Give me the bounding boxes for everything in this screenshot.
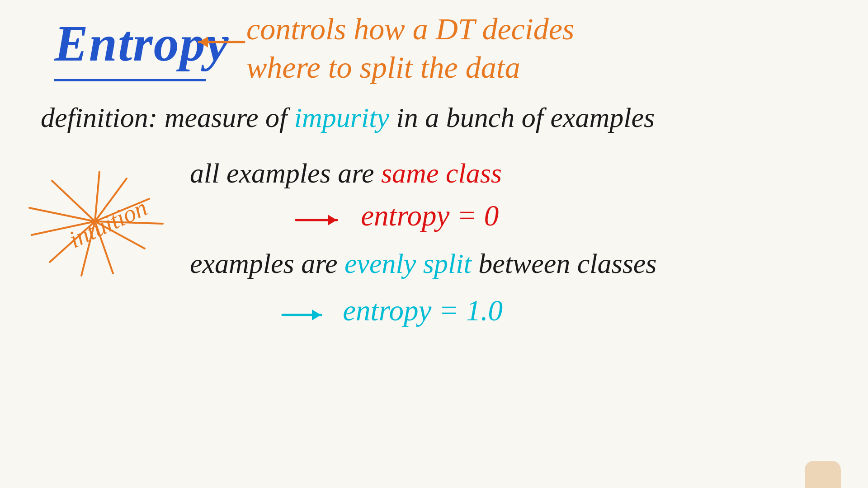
entropy-arrow	[194, 17, 249, 53]
definition-prefix: definition: measure of	[41, 102, 294, 133]
entropy-zero-line: entropy = 0	[294, 199, 499, 233]
whiteboard: Entropy controls how a DT decides where …	[0, 0, 868, 488]
finger-hint	[805, 461, 841, 488]
svg-marker-1	[199, 37, 208, 47]
controls-text: controls how a DT decides where to split…	[246, 10, 574, 87]
svg-marker-16	[312, 310, 321, 320]
all-examples-line: all examples are same class	[190, 157, 502, 189]
definition-line: definition: measure of impurity in a bun…	[41, 102, 655, 134]
svg-marker-14	[328, 215, 337, 225]
examples-split-line: examples are evenly split between classe…	[190, 248, 656, 280]
definition-suffix: in a bunch of examples	[389, 102, 655, 133]
impurity-word: impurity	[294, 102, 389, 133]
entropy-one-line: entropy = 1.0	[280, 294, 503, 328]
intuition-sunburst: intuition	[23, 154, 176, 289]
svg-line-12	[52, 181, 95, 221]
entropy-underline	[54, 79, 206, 81]
